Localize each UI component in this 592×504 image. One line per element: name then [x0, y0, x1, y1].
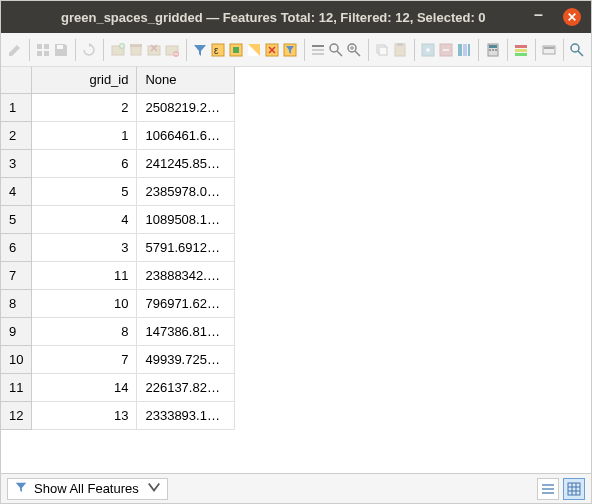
reload-icon[interactable]: [81, 38, 97, 62]
svg-rect-47: [542, 492, 554, 494]
edit-pencil-icon[interactable]: [7, 38, 23, 62]
field-calculator-icon[interactable]: [485, 38, 501, 62]
cell-none[interactable]: 226137.822…: [137, 373, 235, 401]
table-row[interactable]: 541089508.13…: [1, 205, 235, 233]
titlebar: green_spaces_gridded — Features Total: 1…: [1, 1, 591, 33]
svg-rect-38: [495, 49, 497, 51]
window-controls: –: [534, 6, 581, 28]
new-field-icon[interactable]: [420, 38, 436, 62]
select-expression-icon[interactable]: ε: [210, 38, 226, 62]
zoom-to-icon[interactable]: [346, 38, 362, 62]
cell-none[interactable]: 5791.69126…: [137, 233, 235, 261]
table-row[interactable]: 211066461.61…: [1, 121, 235, 149]
table-row[interactable]: 635791.69126…: [1, 233, 235, 261]
cell-none[interactable]: 2508219.23…: [137, 93, 235, 121]
row-number[interactable]: 2: [1, 121, 32, 149]
column-header-grid-id[interactable]: grid_id: [32, 67, 137, 93]
cell-grid-id[interactable]: 10: [32, 289, 137, 317]
form-view-button[interactable]: [537, 478, 559, 500]
cell-none[interactable]: 49939.7253…: [137, 345, 235, 373]
cell-grid-id[interactable]: 3: [32, 233, 137, 261]
cell-none[interactable]: 1089508.13…: [137, 205, 235, 233]
pan-to-icon[interactable]: [328, 38, 344, 62]
row-number[interactable]: 5: [1, 205, 32, 233]
conditional-format-icon[interactable]: [513, 38, 529, 62]
deselect-icon[interactable]: [264, 38, 280, 62]
svg-rect-48: [568, 483, 580, 495]
svg-rect-2: [44, 44, 49, 49]
close-button[interactable]: [563, 8, 581, 26]
table-row[interactable]: 452385978.08…: [1, 177, 235, 205]
save-icon[interactable]: [53, 38, 69, 62]
row-number[interactable]: 1: [1, 93, 32, 121]
row-number[interactable]: 8: [1, 289, 32, 317]
table-row[interactable]: 36241245.858…: [1, 149, 235, 177]
cut-icon[interactable]: [146, 38, 162, 62]
move-top-icon[interactable]: [310, 38, 326, 62]
cell-grid-id[interactable]: 6: [32, 149, 137, 177]
attribute-table: grid_id None 122508219.23…211066461.61…3…: [1, 67, 235, 430]
actions-icon[interactable]: [541, 38, 557, 62]
column-header-none[interactable]: None: [137, 67, 235, 93]
cell-none[interactable]: 2385978.08…: [137, 177, 235, 205]
delete-selected-icon[interactable]: [164, 38, 180, 62]
cell-none[interactable]: 147386.817…: [137, 317, 235, 345]
delete-field-icon[interactable]: [438, 38, 454, 62]
table-row[interactable]: 1114226137.822…: [1, 373, 235, 401]
svg-rect-21: [312, 49, 324, 51]
cell-none[interactable]: 796971.625…: [137, 289, 235, 317]
filter-mode-label: Show All Features: [34, 481, 139, 496]
table-row[interactable]: 12132333893.13…: [1, 401, 235, 429]
organize-columns-icon[interactable]: [456, 38, 472, 62]
svg-rect-32: [463, 44, 467, 56]
svg-rect-1: [37, 44, 42, 49]
table-row[interactable]: 122508219.23…: [1, 93, 235, 121]
cell-grid-id[interactable]: 4: [32, 205, 137, 233]
table-row[interactable]: 98147386.817…: [1, 317, 235, 345]
window-title: green_spaces_gridded — Features Total: 1…: [11, 10, 534, 25]
cell-grid-id[interactable]: 11: [32, 261, 137, 289]
row-number[interactable]: 6: [1, 233, 32, 261]
cell-grid-id[interactable]: 2: [32, 93, 137, 121]
filter-icon: [14, 480, 28, 497]
dock-icon[interactable]: [569, 38, 585, 62]
cell-grid-id[interactable]: 13: [32, 401, 137, 429]
row-number[interactable]: 12: [1, 401, 32, 429]
cell-grid-id[interactable]: 8: [32, 317, 137, 345]
row-header-col[interactable]: [1, 67, 32, 93]
svg-rect-36: [489, 49, 491, 51]
cell-grid-id[interactable]: 14: [32, 373, 137, 401]
filter-selection-icon[interactable]: [282, 38, 298, 62]
row-number[interactable]: 4: [1, 177, 32, 205]
row-number[interactable]: 7: [1, 261, 32, 289]
minimize-button[interactable]: –: [534, 6, 543, 28]
copy-icon[interactable]: [374, 38, 390, 62]
table-row[interactable]: 71123888342.7…: [1, 261, 235, 289]
svg-point-23: [330, 44, 338, 52]
svg-text:ε: ε: [214, 45, 219, 56]
delete-feature-icon[interactable]: [128, 38, 144, 62]
cell-none[interactable]: 2333893.13…: [137, 401, 235, 429]
cell-grid-id[interactable]: 5: [32, 177, 137, 205]
filter-icon[interactable]: [192, 38, 208, 62]
select-all-icon[interactable]: [228, 38, 244, 62]
table-view-button[interactable]: [563, 478, 585, 500]
cell-none[interactable]: 23888342.7…: [137, 261, 235, 289]
row-number[interactable]: 11: [1, 373, 32, 401]
svg-rect-39: [515, 45, 527, 48]
paste-icon[interactable]: [392, 38, 408, 62]
table-container[interactable]: grid_id None 122508219.23…211066461.61…3…: [1, 67, 591, 473]
row-number[interactable]: 3: [1, 149, 32, 177]
row-number[interactable]: 10: [1, 345, 32, 373]
table-row[interactable]: 810796971.625…: [1, 289, 235, 317]
multiedit-icon[interactable]: [35, 38, 51, 62]
cell-none[interactable]: 1066461.61…: [137, 121, 235, 149]
filter-mode-combo[interactable]: Show All Features: [7, 478, 168, 500]
cell-grid-id[interactable]: 7: [32, 345, 137, 373]
row-number[interactable]: 9: [1, 317, 32, 345]
table-row[interactable]: 10749939.7253…: [1, 345, 235, 373]
invert-selection-icon[interactable]: [246, 38, 262, 62]
cell-grid-id[interactable]: 1: [32, 121, 137, 149]
add-feature-icon[interactable]: [110, 38, 126, 62]
cell-none[interactable]: 241245.858…: [137, 149, 235, 177]
